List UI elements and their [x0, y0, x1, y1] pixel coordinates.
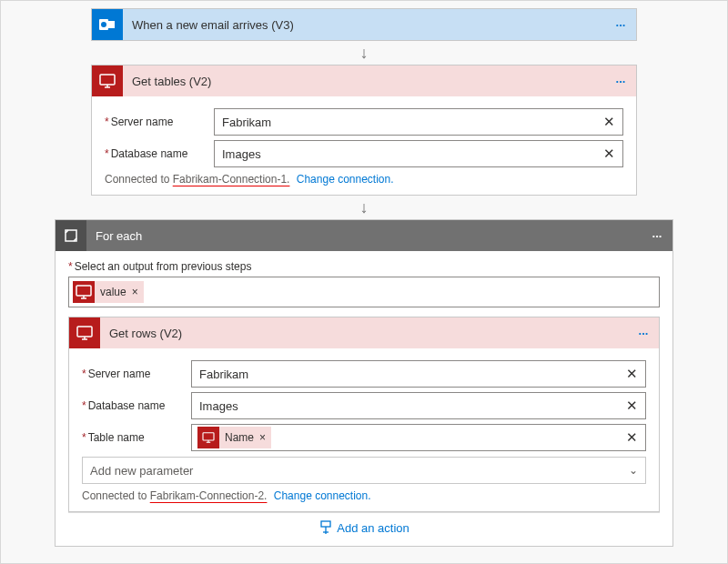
server-name-input[interactable]: ✕ — [191, 360, 646, 388]
connection-info: Connected to Fabrikam-Connection-2. Chan… — [82, 489, 646, 502]
table-name-input[interactable]: Name × ✕ — [191, 424, 646, 451]
connection-info: Connected to Fabrikam-Connection-1. Chan… — [105, 173, 623, 186]
clear-icon[interactable]: ✕ — [602, 114, 617, 130]
svg-rect-16 — [321, 521, 330, 527]
sql-icon — [92, 65, 123, 96]
database-name-input[interactable]: ✕ — [214, 140, 623, 167]
get-rows-menu[interactable]: ··· — [628, 327, 659, 340]
loop-icon — [56, 220, 86, 251]
select-output-label: *Select an output from previous steps — [68, 260, 660, 273]
get-rows-header[interactable]: Get rows (V2) ··· — [69, 317, 659, 348]
get-rows-title: Get rows (V2) — [100, 327, 628, 340]
clear-icon[interactable]: ✕ — [624, 429, 640, 446]
arrow-icon: ↓ — [360, 45, 369, 61]
remove-token-icon[interactable]: × — [259, 431, 266, 444]
sql-icon — [197, 427, 219, 448]
connection-name: Fabrikam-Connection-1. — [173, 173, 290, 186]
sql-icon — [73, 281, 95, 303]
for-each-header[interactable]: For each ··· — [56, 220, 672, 251]
svg-rect-13 — [203, 433, 214, 440]
get-tables-card: Get tables (V2) ··· *Server name ✕ *Data… — [91, 65, 637, 196]
select-output-field[interactable]: value × — [68, 277, 660, 307]
trigger-title: When a new email arrives (V3) — [123, 18, 605, 32]
svg-rect-1 — [101, 22, 106, 27]
clear-icon[interactable]: ✕ — [602, 146, 617, 162]
sql-icon — [69, 317, 100, 348]
server-name-label: *Server name — [105, 116, 214, 128]
arrow-icon: ↓ — [360, 199, 369, 216]
clear-icon[interactable]: ✕ — [624, 398, 640, 414]
svg-rect-3 — [100, 75, 115, 85]
name-token[interactable]: Name × — [197, 427, 271, 448]
value-token[interactable]: value × — [73, 281, 144, 303]
outlook-icon — [92, 9, 123, 40]
add-parameter-dropdown[interactable]: Add new parameter ⌄ — [82, 457, 646, 484]
server-name-label: *Server name — [82, 368, 191, 380]
database-name-input[interactable]: ✕ — [191, 392, 646, 419]
svg-rect-7 — [76, 286, 91, 296]
server-name-input[interactable]: ✕ — [214, 108, 623, 136]
svg-rect-2 — [108, 21, 115, 28]
svg-rect-10 — [77, 327, 92, 337]
for-each-title: For each — [86, 229, 642, 243]
connection-name: Fabrikam-Connection-2. — [150, 489, 268, 502]
get-tables-header[interactable]: Get tables (V2) ··· — [92, 65, 636, 96]
for-each-card: For each ··· *Select an output from prev… — [55, 219, 673, 547]
chevron-down-icon: ⌄ — [629, 464, 638, 477]
database-name-label: *Database name — [105, 147, 214, 160]
trigger-menu[interactable]: ··· — [605, 18, 636, 32]
get-tables-title: Get tables (V2) — [123, 75, 605, 88]
remove-token-icon[interactable]: × — [132, 286, 138, 298]
change-connection-link[interactable]: Change connection. — [297, 173, 394, 186]
change-connection-link[interactable]: Change connection. — [274, 489, 371, 502]
add-action-icon — [318, 520, 333, 535]
table-name-label: *Table name — [82, 431, 191, 444]
trigger-card[interactable]: When a new email arrives (V3) ··· — [91, 8, 637, 41]
database-name-label: *Database name — [82, 399, 191, 412]
get-rows-card: Get rows (V2) ··· *Server name ✕ *Da — [68, 317, 660, 512]
for-each-menu[interactable]: ··· — [642, 229, 672, 243]
get-tables-menu[interactable]: ··· — [605, 75, 636, 88]
add-action-button[interactable]: Add an action — [68, 512, 660, 539]
clear-icon[interactable]: ✕ — [624, 366, 640, 382]
